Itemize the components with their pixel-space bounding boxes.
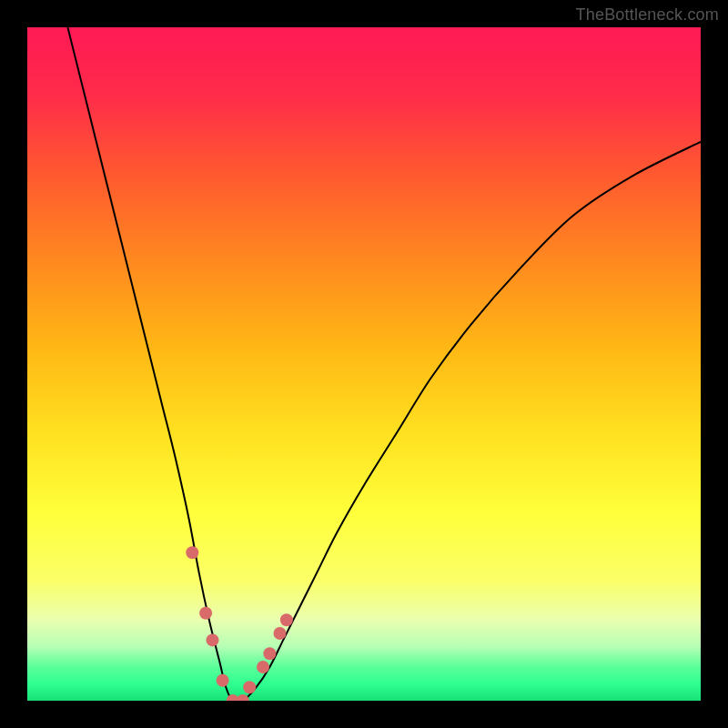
chart-svg: [27, 27, 701, 701]
watermark-text: TheBottleneck.com: [576, 5, 719, 25]
gradient-background: [27, 27, 701, 701]
plot-area: [27, 27, 701, 701]
marker-point: [186, 546, 198, 559]
marker-point: [280, 613, 293, 626]
marker-point: [217, 674, 229, 687]
marker-point: [263, 647, 276, 660]
marker-point: [243, 681, 256, 693]
marker-point: [199, 607, 212, 620]
marker-point: [274, 627, 287, 640]
chart-container: TheBottleneck.com: [0, 0, 728, 728]
marker-point: [207, 633, 219, 646]
marker-point: [257, 661, 269, 673]
